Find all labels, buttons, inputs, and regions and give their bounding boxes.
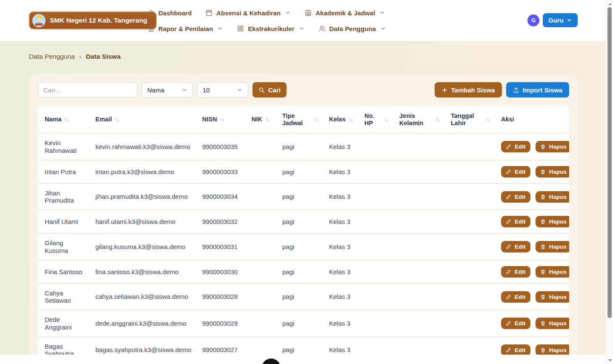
scrollbar-down-arrow[interactable]	[606, 357, 613, 363]
scrollbar-up-arrow[interactable]	[606, 1, 613, 7]
file-icon	[147, 25, 155, 32]
cell-nisn: 9900003030	[195, 260, 245, 284]
page-size-select[interactable]: 10	[197, 82, 248, 97]
cell-tanggal-lahir	[444, 133, 494, 160]
sort-icon[interactable]: ↑↓	[348, 117, 353, 123]
cell-jenis-kelamin	[392, 183, 444, 210]
cell-nik	[245, 160, 275, 183]
column-header-aksi: Aksi	[494, 106, 569, 133]
role-menu-button[interactable]: Guru	[543, 13, 578, 27]
chevron-down-icon	[237, 87, 243, 93]
nav-item-dashboard[interactable]: Dashboard	[147, 6, 192, 20]
edit-button[interactable]: Edit	[501, 166, 530, 178]
user-avatar[interactable]: G	[527, 14, 539, 26]
delete-button[interactable]: Hapus	[536, 241, 569, 252]
edit-button[interactable]: Edit	[501, 291, 530, 303]
search-input[interactable]	[38, 82, 137, 97]
nav-item-data-pengguna[interactable]: Data Pengguna	[318, 21, 386, 36]
column-header-no_hp[interactable]: No. HP ↑↓	[358, 106, 392, 133]
edit-button[interactable]: Edit	[501, 344, 530, 355]
import-student-button[interactable]: Import Siswa	[506, 82, 569, 97]
pencil-icon	[506, 219, 511, 224]
sort-icon[interactable]: ↑↓	[435, 117, 440, 123]
edit-button[interactable]: Edit	[501, 191, 530, 203]
edit-button[interactable]: Edit	[501, 216, 530, 227]
add-student-button[interactable]: Tambah Siswa	[435, 82, 502, 97]
cell-kelas: Kelas 3	[322, 284, 358, 310]
cell-nama: Bagas Syahputra	[38, 337, 89, 355]
sort-icon[interactable]: ↑↓	[265, 117, 269, 123]
column-header-nisn[interactable]: NISN ↑↓	[195, 106, 245, 133]
cell-tipe-jadwal: pagi	[275, 284, 322, 310]
scrollbar-thumb[interactable]	[607, 7, 612, 318]
column-header-tipe_jadwal[interactable]: Tipe Jadwal ↑↓	[275, 106, 322, 133]
trash-icon	[540, 194, 546, 200]
school-name: SMK Negeri 12 Kab. Tangerang	[50, 17, 147, 24]
pagination-button[interactable]	[262, 358, 281, 364]
school-logo-button[interactable]: SMK Negeri 12 Kab. Tangerang	[29, 11, 157, 29]
sort-icon[interactable]: ↑↓	[115, 117, 119, 123]
sort-icon[interactable]: ↑↓	[486, 117, 490, 123]
chevron-down-icon	[217, 26, 223, 32]
delete-button[interactable]: Hapus	[536, 191, 569, 203]
cell-aksi: Edit Hapus	[494, 160, 569, 183]
pencil-icon	[506, 244, 511, 249]
cell-no-hp	[358, 337, 392, 355]
column-header-kelas[interactable]: Kelas ↑↓	[322, 106, 358, 133]
sort-icon[interactable]: ↑↓	[384, 117, 389, 123]
cell-tipe-jadwal: pagi	[275, 160, 322, 183]
trash-icon	[540, 144, 546, 149]
filter-field-select[interactable]: Nama	[142, 82, 193, 97]
cell-nama: Jihan Pramudita	[38, 183, 89, 210]
search-button[interactable]: Cari	[252, 82, 286, 97]
trash-icon	[540, 294, 546, 300]
edit-button[interactable]: Edit	[501, 241, 530, 252]
delete-button[interactable]: Hapus	[536, 344, 569, 355]
cell-kelas: Kelas 3	[322, 260, 358, 284]
app-header: SMK Negeri 12 Kab. Tangerang Dashboard A…	[0, 0, 606, 41]
chevron-down-icon	[285, 10, 291, 16]
cell-nik	[245, 133, 275, 160]
chevron-down-icon	[379, 10, 385, 16]
cell-aksi: Edit Hapus	[494, 310, 569, 337]
cell-email: kevin.rahmawati.k3@siswa.demo	[89, 133, 195, 160]
delete-button[interactable]: Hapus	[536, 141, 569, 152]
pencil-icon	[506, 294, 511, 300]
nav-item-rapor-penilaian[interactable]: Rapor & Penilaian	[147, 21, 223, 36]
cell-nama: Dede Anggraini	[38, 310, 89, 337]
sort-icon[interactable]: ↑↓	[220, 117, 224, 123]
edit-button[interactable]: Edit	[501, 318, 530, 329]
column-header-tanggal_lahir[interactable]: Tanggal Lahir ↑↓	[444, 106, 494, 133]
column-header-email[interactable]: Email ↑↓	[89, 106, 195, 133]
sort-icon[interactable]: ↑↓	[64, 117, 69, 123]
column-header-nik[interactable]: NIK ↑↓	[245, 106, 275, 133]
home-icon	[147, 9, 155, 17]
delete-button[interactable]: Hapus	[536, 318, 569, 329]
breadcrumb: Data Pengguna › Data Siswa	[29, 53, 606, 60]
edit-button[interactable]: Edit	[501, 266, 530, 278]
nav-item-akademik-jadwal[interactable]: Akademik & Jadwal	[304, 6, 385, 20]
cell-email: dede.anggraini.k3@siswa.demo	[89, 310, 195, 337]
cell-nama: Intan Putra	[38, 160, 89, 183]
cell-tipe-jadwal: pagi	[275, 133, 322, 160]
cell-kelas: Kelas 3	[322, 183, 358, 210]
cell-email: bagas.syahputra.k3@siswa.demo	[89, 337, 195, 355]
delete-button[interactable]: Hapus	[536, 291, 569, 303]
cell-email: cahya.setiawan.k3@siswa.demo	[89, 284, 195, 310]
edit-button[interactable]: Edit	[501, 141, 530, 152]
delete-button[interactable]: Hapus	[536, 216, 569, 227]
vertical-scrollbar	[606, 0, 613, 364]
toolbar-right: Tambah Siswa Import Siswa	[435, 82, 569, 97]
delete-button[interactable]: Hapus	[536, 166, 569, 178]
sort-icon[interactable]: ↑↓	[314, 117, 318, 123]
delete-button[interactable]: Hapus	[536, 266, 569, 278]
breadcrumb-data-pengguna[interactable]: Data Pengguna	[29, 53, 75, 60]
page: SMK Negeri 12 Kab. Tangerang Dashboard A…	[0, 0, 613, 364]
cell-tipe-jadwal: pagi	[275, 233, 322, 260]
column-header-nama[interactable]: Nama ↑↓	[38, 106, 89, 133]
column-header-jenis_kelamin[interactable]: Jenis Kelamin ↑↓	[392, 106, 444, 133]
nav-item-ekstrakurikuler[interactable]: Ekstrakurikuler	[237, 21, 304, 36]
nav-item-absensi-kehadiran[interactable]: Absensi & Kehadiran	[205, 6, 291, 20]
cell-no-hp	[358, 183, 392, 210]
cell-tipe-jadwal: pagi	[275, 210, 322, 233]
